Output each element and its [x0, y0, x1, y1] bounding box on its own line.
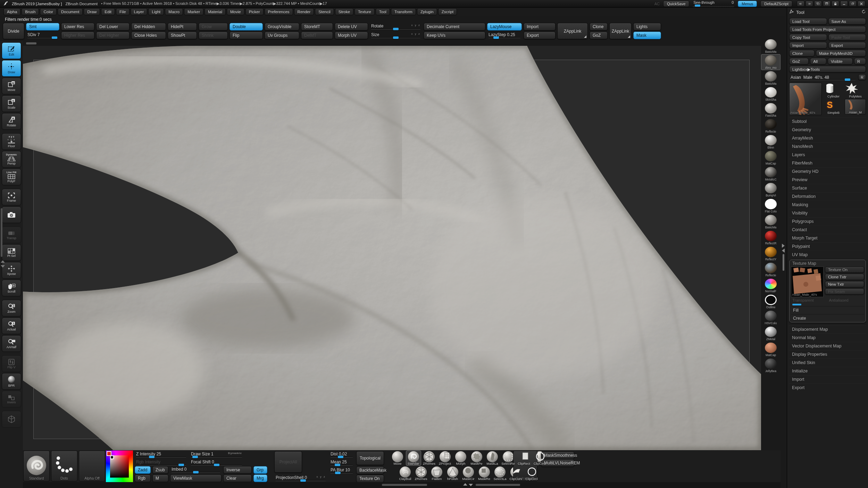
subpalette-geometry[interactable]: Geometry [789, 126, 866, 134]
brush-clipcircl[interactable]: ClipCircl [524, 466, 539, 481]
menu-zplugin[interactable]: Zplugin [417, 8, 437, 15]
shelf-divide-button[interactable]: Divide [3, 23, 24, 39]
shelf-masksmoothness-button[interactable]: MaskSmoothness [541, 452, 574, 459]
texture-sub-create[interactable]: Create [791, 314, 864, 322]
close-icon[interactable] [858, 1, 865, 7]
menu-brush[interactable]: Brush [22, 8, 39, 15]
brush-move[interactable]: Move [390, 451, 405, 466]
shelf-del-lower-button[interactable]: Del Lower [96, 23, 130, 31]
dock-window-icon[interactable] [823, 1, 831, 7]
shelf-decimate-current-button[interactable]: Decimate Current [424, 23, 485, 31]
shelf-zadd-button[interactable]: Zadd [135, 466, 151, 474]
tool-thumb-asian-m[interactable]: Asian_M [845, 99, 866, 115]
shelf-size-slider[interactable]: Sizex y z [370, 32, 422, 39]
shelf-zapplink-button[interactable]: ZAppLink [609, 23, 632, 39]
tool-save-as-button[interactable]: Save As [828, 18, 866, 25]
shelf-backfacemask-button[interactable]: BackfaceMask [356, 466, 384, 474]
current-standard-thumbnail[interactable]: Standard [23, 451, 50, 481]
shelf-sdiv-7-slider[interactable]: SDiv 7 [26, 32, 59, 39]
shelf-hidept-button[interactable]: HidePt [168, 23, 197, 31]
tray-scrollbar[interactable] [26, 42, 36, 44]
brush-cliprect[interactable]: ClipRect [516, 451, 532, 466]
subpalette-contact[interactable]: Contact [789, 226, 866, 234]
brush-zproject[interactable]: ZProject [437, 451, 453, 466]
material-reflecty[interactable]: ReflectY [761, 246, 781, 262]
shelf-goz-button[interactable]: GoZ [590, 32, 608, 39]
shelf-groupvisible-button[interactable]: GroupVisible [265, 23, 299, 31]
shelf-lazystep-0-25-slider[interactable]: LazyStep 0.25 [487, 32, 522, 39]
material-bumpvi[interactable]: BumpVi [761, 182, 781, 198]
tray-collapse-icon[interactable] [782, 249, 785, 253]
brush-maskcir[interactable]: MaskCir [461, 466, 476, 481]
tool-frame[interactable]: Frame [2, 189, 21, 205]
right-tray-scrollbar[interactable] [783, 254, 784, 271]
left-tray-expand-icon[interactable] [1, 260, 5, 263]
shelf-z-intensity-25-slider[interactable]: Z Intensity 25 [135, 451, 187, 458]
material-basicma[interactable]: BasicMa [761, 70, 781, 86]
subpalette-preview[interactable]: Preview [789, 176, 866, 184]
tool-bpr[interactable]: BPR [2, 373, 21, 390]
menu-preferences[interactable]: Preferences [265, 8, 293, 15]
shelf-export-button[interactable]: Export [524, 32, 556, 39]
material-zbro-mo[interactable]: zbro_mo [761, 54, 781, 70]
texture-clone-txtr-button[interactable]: Clone Txtr [825, 274, 864, 280]
brush-maskre[interactable]: MaskRe [477, 466, 492, 481]
tool-r-button[interactable]: R [858, 74, 866, 80]
shelf-zapplink-button[interactable]: ZAppLink [557, 23, 588, 39]
lock-icon[interactable] [832, 1, 839, 7]
shelf-del-hidden-button[interactable]: Del Hidden [131, 23, 166, 31]
shelf-viewmask-button[interactable]: ViewMask [170, 474, 222, 482]
shelf-draw-size-1-slider[interactable]: Draw Size 1Dynamic [190, 451, 243, 458]
menu-stencil[interactable]: Stencil [315, 8, 334, 15]
see-through-slider[interactable]: See-through 0 [693, 0, 734, 7]
menu-movie[interactable]: Movie [227, 8, 244, 15]
menu-texture[interactable]: Texture [354, 8, 375, 15]
subpalette-subtool[interactable]: Subtool [789, 117, 866, 126]
subpalette-import[interactable]: Import [789, 375, 866, 384]
material-matcap[interactable]: MatCap [761, 342, 781, 357]
tool-polyf[interactable]: Line FillPolyF [2, 169, 21, 185]
material-basicma[interactable]: BasicMa [761, 214, 781, 230]
shelf-showpt-button[interactable]: ShowPt [168, 32, 197, 39]
menu-light[interactable]: Light [148, 8, 164, 15]
subpalette-layers[interactable]: Layers [789, 151, 866, 159]
shelf-mean-25-slider[interactable]: Mean 25 [329, 459, 354, 466]
material-blinn[interactable]: Blinn [761, 134, 781, 150]
tool-lightbox-tools-button[interactable]: Lightbox▶Tools [789, 66, 866, 73]
tool-name-slider[interactable]: Asian_Male_40's. 48 R [789, 74, 866, 81]
shelf-m-button[interactable]: M [152, 474, 168, 482]
menu-stroke[interactable]: Stroke [335, 8, 353, 15]
material-jellybea[interactable]: JellyBea [761, 357, 781, 373]
tool-all-button[interactable]: All [810, 58, 826, 65]
shelf-multilvlnoiserem-button[interactable]: MultiLVLNoiseREM [541, 459, 574, 467]
shelf-rgb-button[interactable]: Rgb [135, 474, 151, 482]
tray-expand-icon[interactable] [782, 244, 785, 248]
shelf-zsub-button[interactable]: Zsub [152, 466, 168, 474]
texture-map-thumbnail[interactable]: Asian_Male_40's [791, 267, 824, 297]
tool-edit[interactable]: Edit [2, 42, 21, 59]
subpalette-arraymesh[interactable]: ArrayMesh [789, 134, 866, 142]
subpalette-polypaint[interactable]: Polypaint [789, 242, 866, 251]
material-normalf[interactable]: NormalF [761, 278, 781, 294]
subpalette-export[interactable]: Export [789, 384, 866, 392]
minimize-icon[interactable] [840, 1, 848, 7]
shelf-keep-uvs-button[interactable]: Keep UVs [424, 32, 485, 39]
shelf-mask-button[interactable]: Mask [633, 32, 661, 39]
subpalette-polygroups[interactable]: Polygroups [789, 217, 866, 226]
material-hsvcolo[interactable]: HSVColo [761, 310, 781, 326]
menu-picker[interactable]: Picker [245, 8, 264, 15]
subpalette-vector-displacement-map[interactable]: Vector Displacement Map [789, 342, 866, 350]
tool-load-tools-from-project-button[interactable]: Load Tools From Project [789, 26, 866, 33]
menu-macro[interactable]: Macro [165, 8, 183, 15]
shelf-flip-button[interactable]: Flip [229, 32, 263, 39]
current-tool-thumbnail[interactable]: Asian_Male_40's [789, 83, 822, 115]
shelf-imbed-0-slider[interactable]: Imbed 0 [170, 466, 222, 474]
subpalette-surface[interactable]: Surface [789, 184, 866, 192]
subpalette-displacement-map[interactable]: Displacement Map [789, 325, 866, 334]
menu-document[interactable]: Document [58, 8, 83, 15]
tool-rotate[interactable]: RRotate [2, 113, 21, 130]
shelf-close-holes-button[interactable]: Close Holes [131, 32, 166, 39]
brush-flatten[interactable]: Flatten [429, 466, 444, 481]
tool-xpose[interactable]: Xpose [2, 262, 21, 279]
subpalette-initialize[interactable]: Initialize [789, 367, 866, 375]
